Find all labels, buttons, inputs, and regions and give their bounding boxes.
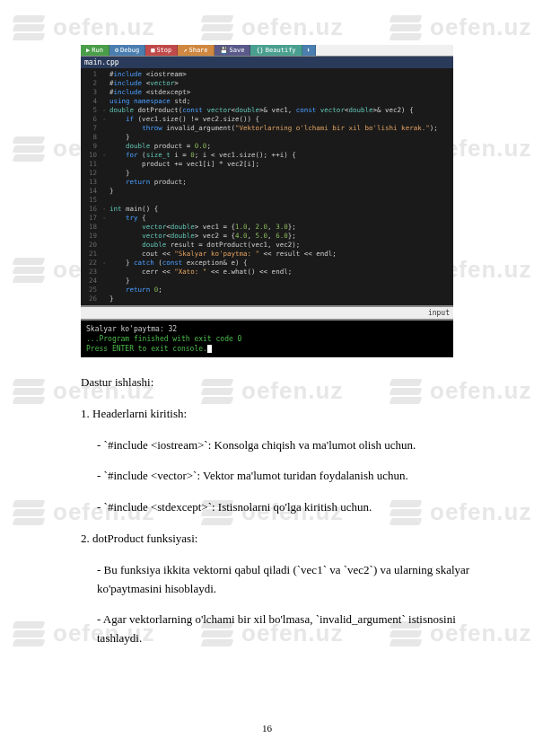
output-line: Press ENTER to exit console.: [86, 344, 448, 354]
paragraph: - `#include <vector>`: Vektor ma'lumot t…: [81, 467, 485, 486]
input-panel-label: input: [81, 305, 453, 321]
code-line: 13 return product;: [81, 178, 453, 187]
ide-toolbar: ▶ Run ⚙ Debug ■ Stop ↗ Share 💾 Save {} B…: [81, 45, 453, 57]
download-button[interactable]: ⬇: [302, 45, 316, 56]
code-line: 12 }: [81, 169, 453, 178]
code-line: 21 cout << "Skalyar ko'paytma: " << resu…: [81, 250, 453, 259]
code-line: 15: [81, 196, 453, 205]
ide-code-editor[interactable]: 1#include <iostream>2#include <vector>3#…: [81, 68, 453, 305]
paragraph: 1. Headerlarni kiritish:: [81, 405, 485, 424]
code-line: 14}: [81, 187, 453, 196]
code-line: 20 double result = dotProduct(vec1, vec2…: [81, 241, 453, 250]
code-line: 11 product += vec1[i] * vec2[i];: [81, 160, 453, 169]
code-line: 23 cerr << "Xato: " << e.what() << endl;: [81, 268, 453, 277]
code-line: 18 vector<double> vec1 = {1.0, 2.0, 3.0}…: [81, 223, 453, 232]
code-line: 7 throw invalid_argument("Vektorlarning …: [81, 124, 453, 133]
code-line: 4using namespace std;: [81, 97, 453, 106]
download-icon: ⬇: [307, 47, 311, 54]
paragraph: - Agar vektorlarning o'lchami bir xil bo…: [81, 611, 485, 648]
code-line: 22- } catch (const exception& e) {: [81, 259, 453, 268]
code-line: 1#include <iostream>: [81, 70, 453, 79]
paragraph: - `#include <iostream>`: Konsolga chiqis…: [81, 436, 485, 455]
code-line: 16-int main() {: [81, 205, 453, 214]
code-line: 6- if (vec1.size() != vec2.size()) {: [81, 115, 453, 124]
document-body: Dastur ishlashi: 1. Headerlarni kiritish…: [81, 374, 485, 648]
paragraph: 2. dotProduct funksiyasi:: [81, 530, 485, 549]
run-button[interactable]: ▶ Run: [81, 45, 109, 56]
paragraph: Dastur ishlashi:: [81, 374, 485, 392]
page-content: ▶ Run ⚙ Debug ■ Stop ↗ Share 💾 Save {} B…: [0, 0, 534, 688]
page-number: 16: [0, 723, 534, 734]
code-line: 19 vector<double> vec2 = {4.0, 5.0, 6.0}…: [81, 232, 453, 241]
ide-screenshot: ▶ Run ⚙ Debug ■ Stop ↗ Share 💾 Save {} B…: [81, 45, 453, 357]
code-line: 2#include <vector>: [81, 79, 453, 88]
beautify-button[interactable]: {} Beautify: [250, 45, 302, 56]
code-line: 25 return 0;: [81, 286, 453, 294]
paragraph: - `#include <stdexcept>`: Istisnolarni q…: [81, 498, 485, 517]
output-panel: Skalyar ko'paytma: 32 ...Program finishe…: [81, 321, 453, 357]
output-line: ...Program finished with exit code 0: [86, 334, 448, 344]
code-line: 24 }: [81, 277, 453, 286]
stop-button[interactable]: ■ Stop: [145, 45, 178, 56]
paragraph: - Bu funksiya ikkita vektorni qabul qila…: [81, 561, 485, 599]
code-line: 5-double dotProduct(const vector<double>…: [81, 106, 453, 115]
debug-button[interactable]: ⚙ Debug: [109, 45, 145, 56]
output-line: Skalyar ko'paytma: 32: [86, 324, 448, 334]
code-line: 8 }: [81, 133, 453, 142]
code-line: 10- for (size_t i = 0; i < vec1.size(); …: [81, 151, 453, 160]
code-line: 26}: [81, 294, 453, 303]
ide-tab[interactable]: main.cpp: [81, 57, 453, 68]
code-line: 9 double product = 0.0;: [81, 142, 453, 151]
code-line: 17- try {: [81, 214, 453, 223]
code-line: 3#include <stdexcept>: [81, 88, 453, 97]
cursor-icon: [207, 345, 212, 353]
share-button[interactable]: ↗ Share: [178, 45, 214, 56]
save-button[interactable]: 💾 Save: [214, 45, 251, 56]
